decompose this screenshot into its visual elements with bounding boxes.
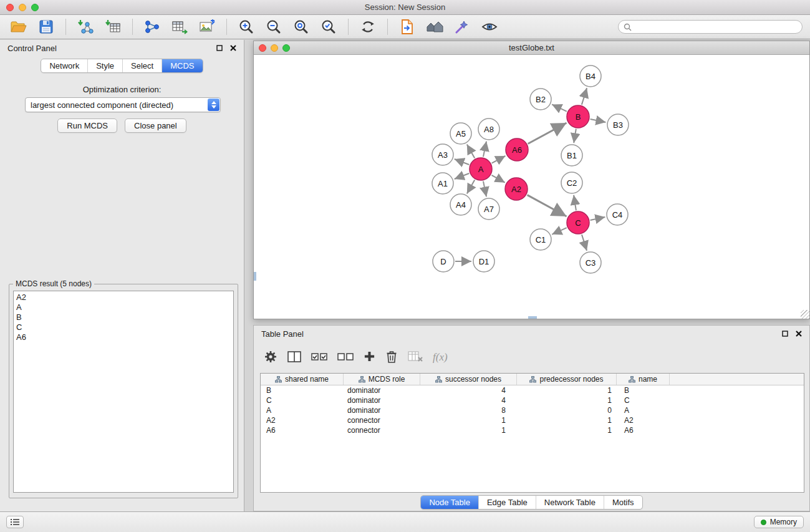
- close-panel-icon[interactable]: [796, 331, 802, 337]
- unselect-all-columns-button[interactable]: [337, 352, 354, 364]
- minimize-window-button[interactable]: [19, 4, 26, 11]
- network-minimize-button[interactable]: [271, 44, 278, 52]
- close-window-button[interactable]: [6, 4, 14, 11]
- add-column-button[interactable]: [364, 351, 375, 364]
- toggle-columns-button[interactable]: [287, 351, 301, 365]
- graph-edge-C-C3[interactable]: [582, 235, 587, 251]
- graph-node-label: C: [575, 218, 581, 228]
- close-panel-icon[interactable]: [230, 45, 236, 51]
- column-header-successor-nodes[interactable]: successor nodes: [420, 374, 517, 385]
- show-graphics-details-button[interactable]: [478, 17, 501, 36]
- network-zoom-button[interactable]: [282, 44, 290, 52]
- zoom-selected-button[interactable]: [317, 17, 340, 36]
- graph-edge-A6-B[interactable]: [528, 123, 567, 143]
- gear-icon: [264, 350, 277, 364]
- tab-node-table[interactable]: Node Table: [421, 496, 478, 509]
- table-settings-button[interactable]: [264, 350, 277, 365]
- table-cell: B: [261, 385, 344, 395]
- zoom-window-button[interactable]: [31, 4, 39, 11]
- style-wand-button[interactable]: [451, 17, 473, 36]
- table-row[interactable]: Adominator80A: [261, 405, 804, 415]
- mcds-result-item[interactable]: C: [16, 322, 231, 332]
- graph-edge-C-C1[interactable]: [552, 228, 567, 235]
- tab-mcds[interactable]: MCDS: [162, 59, 202, 72]
- mcds-result-list[interactable]: A2ABCA6: [13, 291, 234, 493]
- graph-edge-B-B2[interactable]: [552, 104, 567, 111]
- graph-edge-A-A3[interactable]: [455, 159, 470, 165]
- save-session-button[interactable]: [35, 17, 57, 36]
- resize-grip[interactable]: [801, 310, 809, 319]
- main-toolbar: [0, 15, 810, 39]
- import-table-button[interactable]: [102, 17, 124, 36]
- graph-edge-A2-C[interactable]: [528, 195, 567, 216]
- function-builder-button[interactable]: f(x): [433, 351, 448, 364]
- home-network-button[interactable]: [423, 17, 446, 36]
- zoom-in-button[interactable]: [235, 17, 258, 36]
- column-header-shared-name[interactable]: shared name: [261, 374, 344, 385]
- float-panel-icon[interactable]: [782, 331, 788, 337]
- new-network-button[interactable]: [141, 17, 163, 36]
- dropdown-stepper-icon: [208, 99, 219, 111]
- table-cell: A2: [261, 415, 344, 425]
- float-panel-icon[interactable]: [216, 45, 223, 51]
- graph-edge-B-B3[interactable]: [591, 119, 606, 122]
- column-label: MCDS role: [369, 375, 405, 384]
- mcds-result-item[interactable]: A: [16, 302, 231, 312]
- tab-network[interactable]: Network: [41, 59, 87, 72]
- delete-columns-button[interactable]: [385, 350, 398, 365]
- import-network-button[interactable]: [74, 17, 97, 36]
- optimization-criterion-dropdown[interactable]: largest connected component (directed): [25, 97, 221, 112]
- show-panels-button[interactable]: [6, 516, 24, 528]
- table-row[interactable]: Cdominator41C: [261, 395, 804, 405]
- graph-edge-A-A2[interactable]: [491, 175, 504, 183]
- table-panel-title: Table Panel: [261, 329, 304, 339]
- run-mcds-button[interactable]: Run MCDS: [57, 118, 117, 133]
- tab-style[interactable]: Style: [87, 59, 122, 72]
- graph-node-label: A5: [456, 129, 466, 138]
- graph-edge-C-C4[interactable]: [591, 217, 605, 220]
- export-image-button[interactable]: [196, 17, 218, 36]
- zoom-fit-button[interactable]: [290, 17, 312, 36]
- graph-edge-A-A8[interactable]: [483, 142, 486, 157]
- table-row[interactable]: Bdominator41B: [261, 385, 804, 395]
- graph-edge-A-A7[interactable]: [483, 181, 486, 197]
- network-window-titlebar[interactable]: testGlobe.txt: [254, 41, 809, 55]
- open-session-button[interactable]: [7, 17, 30, 36]
- network-canvas[interactable]: B4B2BB3B1A5A8A6A3AA1A2C2A4A7C4CC1C3DD1: [254, 55, 809, 319]
- vertical-scroll-indicator[interactable]: [254, 272, 256, 281]
- tab-network-table[interactable]: Network Table: [536, 496, 604, 509]
- status-bar: Memory: [0, 511, 810, 532]
- graph-edge-A-A4[interactable]: [467, 180, 475, 193]
- memory-button[interactable]: Memory: [754, 516, 804, 528]
- table-cell-filler: [670, 415, 804, 425]
- graph-edge-B-B1[interactable]: [574, 129, 576, 143]
- column-header-name[interactable]: name: [617, 374, 670, 385]
- graph-edge-B-B4[interactable]: [582, 88, 587, 105]
- mcds-result-item[interactable]: A6: [16, 332, 231, 342]
- delete-table-button[interactable]: [408, 351, 423, 365]
- tab-select[interactable]: Select: [122, 59, 162, 72]
- table-row[interactable]: A2connector11A2: [261, 415, 804, 425]
- graph-edge-A-A6[interactable]: [492, 156, 506, 163]
- refresh-layout-button[interactable]: [357, 17, 379, 36]
- column-header-mcds-role[interactable]: MCDS role: [344, 374, 420, 385]
- close-panel-button[interactable]: Close panel: [125, 118, 186, 133]
- search-input[interactable]: [635, 22, 797, 31]
- graph-edge-A-A1[interactable]: [455, 173, 470, 179]
- select-all-columns-button[interactable]: [311, 352, 327, 364]
- zoom-out-button[interactable]: [263, 17, 285, 36]
- graph-edge-C-C2[interactable]: [574, 195, 576, 210]
- table-row[interactable]: A6connector11A6: [261, 425, 804, 435]
- graph-edge-A-A5[interactable]: [467, 144, 475, 158]
- network-close-button[interactable]: [259, 44, 266, 52]
- document-import-button[interactable]: [396, 17, 418, 36]
- network-graph[interactable]: B4B2BB3B1A5A8A6A3AA1A2C2A4A7C4CC1C3DD1: [254, 55, 809, 319]
- horizontal-scroll-indicator[interactable]: [528, 316, 537, 319]
- new-table-button[interactable]: [168, 17, 191, 36]
- search-box[interactable]: [618, 20, 803, 34]
- tab-edge-table[interactable]: Edge Table: [478, 496, 536, 509]
- column-header-predecessor-nodes[interactable]: predecessor nodes: [517, 374, 617, 385]
- mcds-result-item[interactable]: B: [16, 312, 231, 322]
- mcds-result-item[interactable]: A2: [16, 293, 231, 302]
- tab-motifs[interactable]: Motifs: [604, 496, 642, 509]
